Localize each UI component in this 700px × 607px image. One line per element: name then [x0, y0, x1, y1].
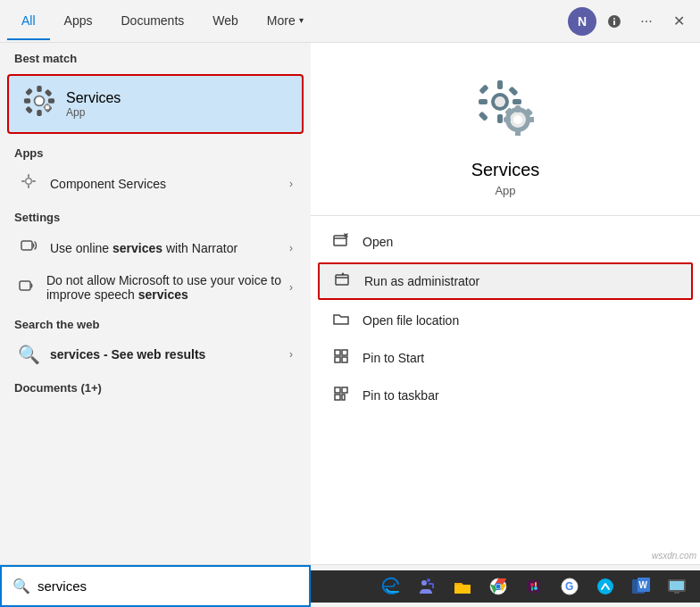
svg-point-17	[27, 179, 31, 184]
close-icon[interactable]: ✕	[664, 7, 693, 36]
search-web-icon: 🔍	[18, 344, 39, 365]
best-match-subtitle: App	[66, 106, 121, 119]
best-match-label: Best match	[0, 43, 311, 71]
svg-rect-1	[37, 86, 41, 92]
svg-rect-15	[49, 106, 52, 108]
narrator-icon	[18, 237, 39, 259]
svg-text:G: G	[565, 580, 573, 593]
open-icon	[332, 232, 350, 252]
svg-rect-20	[21, 180, 25, 182]
svg-rect-49	[335, 387, 340, 393]
svg-rect-63	[535, 582, 537, 586]
web-search-item[interactable]: 🔍 services - See web results ›	[4, 337, 307, 372]
svg-rect-13	[46, 109, 48, 112]
pin-to-start-action[interactable]: Pin to Start	[311, 339, 700, 377]
svg-rect-51	[335, 395, 340, 400]
svg-rect-48	[342, 357, 347, 362]
narrator-chevron: ›	[289, 242, 293, 254]
taskbar-google-icon[interactable]: G	[554, 570, 586, 603]
svg-rect-28	[479, 99, 488, 104]
nav-tabs: All Apps Documents Web More ▾	[7, 3, 568, 40]
svg-rect-46	[342, 350, 347, 355]
pin-taskbar-icon	[332, 386, 350, 405]
svg-rect-62	[531, 586, 533, 591]
nav-actions: N ··· ✕	[568, 7, 693, 36]
narrator-label: Use online services with Narrator	[50, 241, 238, 255]
pin-to-taskbar-action[interactable]: Pin to taskbar	[311, 377, 700, 414]
tab-web[interactable]: Web	[198, 3, 253, 40]
svg-rect-38	[504, 117, 511, 122]
pin-to-start-label: Pin to Start	[362, 351, 424, 365]
watermark: wsxdn.com	[652, 551, 696, 561]
svg-point-11	[46, 105, 50, 110]
taskbar-chrome-icon[interactable]	[482, 570, 514, 603]
svg-rect-5	[25, 87, 33, 96]
web-search-chevron: ›	[289, 348, 293, 361]
svg-rect-19	[28, 185, 29, 188]
search-input[interactable]: services	[38, 578, 87, 594]
svg-rect-50	[342, 387, 347, 393]
svg-point-25	[495, 96, 505, 107]
taskbar-teams-icon[interactable]	[411, 570, 443, 603]
component-services-item[interactable]: Component Services ›	[4, 165, 307, 202]
component-services-label: Component Services	[50, 177, 166, 191]
top-nav: All Apps Documents Web More ▾ N ··· ✕	[0, 0, 700, 43]
best-match-title: Services	[66, 90, 121, 106]
tab-apps[interactable]: Apps	[50, 3, 107, 40]
chevron-down-icon: ▾	[299, 15, 304, 25]
svg-rect-36	[515, 105, 521, 112]
svg-rect-37	[515, 130, 521, 136]
taskbar-edge-icon[interactable]	[375, 570, 407, 603]
folder-icon	[332, 311, 350, 330]
speech-label: Do not allow Microsoft to use your voice…	[46, 273, 289, 302]
speech-settings-item[interactable]: Do not allow Microsoft to use your voice…	[4, 266, 307, 309]
app-preview-subtitle: App	[495, 184, 515, 197]
web-search-text: services - See web results	[50, 347, 205, 362]
left-panel: Best match	[0, 43, 311, 564]
svg-rect-29	[512, 99, 521, 104]
tab-more[interactable]: More ▾	[253, 3, 318, 40]
open-file-location-action[interactable]: Open file location	[311, 302, 700, 339]
best-match-item[interactable]: Services App	[7, 74, 304, 134]
svg-rect-30	[479, 84, 488, 94]
svg-rect-14	[44, 106, 46, 108]
svg-rect-45	[335, 350, 340, 355]
open-action[interactable]: Open	[311, 223, 700, 261]
taskbar-slack-icon[interactable]	[518, 570, 550, 603]
svg-point-9	[36, 97, 44, 105]
component-services-icon	[18, 172, 39, 195]
component-services-chevron: ›	[289, 178, 293, 190]
svg-point-60	[530, 583, 534, 586]
svg-rect-72	[674, 592, 679, 594]
svg-rect-32	[479, 112, 488, 121]
svg-rect-27	[497, 114, 503, 123]
web-section-label: Search the web	[0, 309, 311, 337]
tab-all[interactable]: All	[7, 3, 50, 40]
svg-point-66	[597, 578, 613, 595]
svg-rect-23	[20, 281, 30, 290]
svg-rect-12	[46, 104, 48, 106]
speech-icon	[18, 277, 36, 299]
svg-point-61	[534, 586, 538, 590]
taskbar-word-icon[interactable]: W	[625, 570, 657, 603]
feedback-icon[interactable]	[600, 7, 629, 36]
open-file-location-label: Open file location	[362, 313, 459, 328]
taskbar-webex-icon[interactable]	[589, 570, 621, 603]
narrator-settings-item[interactable]: Use online services with Narrator ›	[4, 229, 307, 266]
speech-chevron: ›	[289, 281, 293, 294]
svg-rect-52	[342, 395, 345, 400]
ellipsis-icon[interactable]: ···	[632, 7, 661, 36]
tab-documents[interactable]: Documents	[106, 3, 198, 40]
svg-point-42	[513, 115, 522, 124]
app-preview-icon	[477, 79, 534, 149]
svg-point-58	[496, 584, 501, 588]
svg-rect-3	[24, 98, 30, 103]
taskbar-display-icon[interactable]	[661, 570, 693, 603]
svg-rect-22	[21, 241, 32, 250]
avatar[interactable]: N	[568, 7, 596, 36]
svg-rect-39	[529, 117, 534, 122]
right-panel: Services App Open	[311, 43, 700, 564]
taskbar-explorer-icon[interactable]	[446, 570, 479, 603]
search-area: 🔍 services	[0, 565, 311, 607]
run-as-admin-action[interactable]: Run as administrator	[318, 262, 693, 300]
